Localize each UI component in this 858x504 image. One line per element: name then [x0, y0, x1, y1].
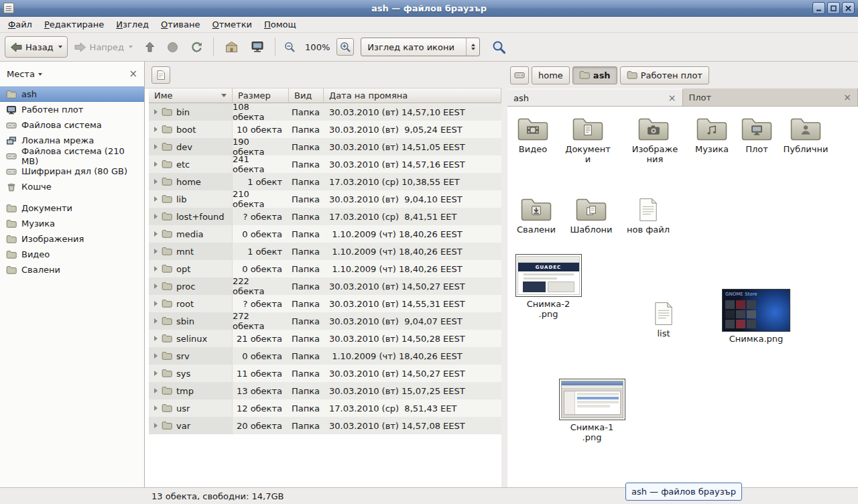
menu-go[interactable]: Отиване	[155, 17, 206, 32]
search-button[interactable]	[487, 36, 511, 58]
sidebar-item-encrypted-partition[interactable]: Шифриран дял (80 GB)	[0, 164, 144, 179]
sidebar-selector-arrow-icon[interactable]	[38, 73, 42, 76]
forward-button[interactable]: Напред	[69, 36, 138, 58]
menu-view[interactable]: Изглед	[110, 17, 155, 32]
expander-icon[interactable]	[154, 196, 158, 202]
file-row[interactable]: bin 108 обекта Папка 30.03.2010 (вт) 14,…	[149, 103, 501, 121]
taskbar-window-button[interactable]: ash — файлов браузър	[625, 483, 742, 501]
file-row[interactable]: media 0 обекта Папка 1.10.2009 (чт) 18,4…	[149, 225, 501, 243]
sidebar-item-documents[interactable]: Документи	[0, 200, 144, 216]
home-button[interactable]	[219, 36, 244, 58]
expander-icon[interactable]	[154, 371, 158, 376]
sidebar-item-pictures[interactable]: Изображения	[0, 231, 144, 247]
menu-file[interactable]: Файл	[2, 17, 38, 32]
file-row[interactable]: sys 11 обекта Папка 30.03.2010 (вт) 14,5…	[149, 365, 501, 382]
pathbar-desktop-button[interactable]: Работен плот	[620, 66, 709, 84]
sidebar-item-music[interactable]: Музика	[0, 216, 144, 231]
expander-icon[interactable]	[154, 318, 158, 324]
pathbar-home-button[interactable]: home	[532, 66, 570, 84]
menu-help[interactable]: Помощ	[258, 17, 302, 32]
expander-icon[interactable]	[154, 127, 158, 132]
expander-icon[interactable]	[154, 301, 158, 306]
sidebar-item-ash[interactable]: ash	[0, 86, 144, 102]
grid-item-downloads[interactable]: Свалени	[512, 194, 560, 235]
grid-item-snimka1[interactable]: Снимка-1.png	[557, 379, 627, 443]
grid-item-documents[interactable]: Документи	[564, 114, 612, 165]
file-row[interactable]: lost+found ? обекта Папка 17.03.2010 (ср…	[149, 208, 501, 225]
back-button[interactable]: Назад	[5, 36, 68, 58]
expander-icon[interactable]	[154, 214, 158, 219]
grid-item-snimka2[interactable]: GUADEC Снимка-2.png	[513, 254, 583, 320]
tab-ash[interactable]: ash ×	[507, 88, 683, 106]
expander-icon[interactable]	[154, 162, 158, 167]
stop-button[interactable]	[162, 36, 184, 58]
back-history-arrow-icon[interactable]	[58, 46, 62, 48]
sidebar-item-trash[interactable]: Кошче	[0, 179, 144, 194]
computer-button[interactable]	[245, 36, 269, 58]
file-row[interactable]: boot 10 обекта Папка 30.03.2010 (вт) 9,0…	[149, 121, 501, 138]
sidebar-item-filesystem[interactable]: Файлова система	[0, 117, 144, 133]
close-button[interactable]	[842, 2, 855, 14]
expander-icon[interactable]	[154, 231, 158, 237]
sidebar-close-icon[interactable]: ×	[129, 69, 137, 79]
reload-button[interactable]	[185, 36, 208, 58]
grid-item-pictures[interactable]: Изображения	[629, 114, 678, 165]
pane-divider[interactable]	[501, 62, 507, 487]
zoom-in-button[interactable]	[336, 38, 354, 56]
file-row[interactable]: tmp 13 обекта Папка 30.03.2010 (вт) 15,0…	[149, 382, 501, 399]
file-row[interactable]: opt 0 обекта Папка 1.10.2009 (чт) 18,40,…	[149, 260, 501, 277]
file-row[interactable]: root ? обекта Папка 30.03.2010 (вт) 14,5…	[149, 295, 501, 312]
grid-item-snimka[interactable]: GNOME Store Снимка.png	[719, 289, 793, 344]
expander-icon[interactable]	[154, 423, 158, 428]
expander-icon[interactable]	[154, 266, 158, 271]
view-mode-select[interactable]: Изглед като икони	[361, 38, 480, 56]
column-header-size[interactable]: Размер	[233, 88, 289, 103]
file-row[interactable]: proc 222 обекта Папка 30.03.2010 (вт) 14…	[149, 277, 501, 295]
file-row[interactable]: srv 0 обекта Папка 1.10.2009 (чт) 18,40,…	[149, 347, 501, 365]
titlebar[interactable]: ash — файлов браузър	[0, 0, 858, 17]
expander-icon[interactable]	[154, 353, 158, 359]
pathbar-ash-button[interactable]: ash	[572, 66, 617, 84]
file-row[interactable]: home 1 обект Папка 17.03.2010 (ср) 10,38…	[149, 173, 501, 190]
sidebar-item-filesystem-210mb[interactable]: Файлова система (210 MB)	[0, 148, 144, 164]
up-button[interactable]	[139, 36, 160, 58]
expander-icon[interactable]	[154, 144, 158, 149]
file-row[interactable]: sbin 272 обекта Папка 30.03.2010 (вт) 9,…	[149, 312, 501, 330]
sidebar-item-video[interactable]: Видео	[0, 247, 144, 262]
sidebar-item-desktop[interactable]: Работен плот	[0, 102, 144, 117]
column-header-date[interactable]: Дата на промяна	[324, 88, 501, 103]
file-row[interactable]: mnt 1 обект Папка 1.10.2009 (чт) 18,40,2…	[149, 243, 501, 260]
tab-close-icon[interactable]: ×	[668, 93, 676, 103]
expander-icon[interactable]	[154, 249, 158, 254]
expander-icon[interactable]	[154, 109, 158, 115]
zoom-out-button[interactable]	[281, 38, 298, 56]
grid-item-video[interactable]: Видео	[509, 114, 557, 155]
expander-icon[interactable]	[154, 336, 158, 341]
column-header-type[interactable]: Вид	[289, 88, 324, 103]
file-row[interactable]: usr 12 обекта Папка 17.03.2010 (ср) 8,51…	[149, 399, 501, 417]
expander-icon[interactable]	[154, 388, 158, 393]
expander-icon[interactable]	[154, 284, 158, 289]
file-row[interactable]: dev 190 обекта Папка 30.03.2010 (вт) 14,…	[149, 138, 501, 155]
file-row[interactable]: selinux 21 обекта Папка 30.03.2010 (вт) …	[149, 330, 501, 347]
grid-item-new-file[interactable]: нов файл	[624, 194, 672, 235]
menu-bookmarks[interactable]: Отметки	[206, 17, 259, 32]
grid-item-music[interactable]: Музика	[688, 114, 736, 155]
minimize-button[interactable]	[812, 2, 825, 14]
grid-item-templates[interactable]: Шаблони	[567, 194, 615, 235]
tab-plot[interactable]: Плот ×	[683, 88, 858, 106]
expander-icon[interactable]	[154, 179, 158, 184]
file-row[interactable]: var 20 обекта Папка 30.03.2010 (вт) 14,5…	[149, 417, 501, 434]
sidebar-item-downloads[interactable]: Свалени	[0, 262, 144, 277]
column-header-name[interactable]: Име	[149, 88, 233, 103]
pathbar-root-button[interactable]	[510, 66, 529, 84]
grid-item-list-file[interactable]: list	[642, 298, 685, 339]
menu-edit[interactable]: Редактиране	[38, 17, 110, 32]
file-row[interactable]: etc 241 обекта Папка 30.03.2010 (вт) 14,…	[149, 155, 501, 173]
icon-view[interactable]: Видео Документи Изображения	[507, 107, 858, 487]
location-button[interactable]	[151, 66, 170, 84]
sidebar-title[interactable]: Места	[7, 69, 35, 79]
grid-item-desktop-folder[interactable]: Плот	[733, 114, 781, 155]
maximize-button[interactable]	[827, 2, 840, 14]
grid-item-public[interactable]: Публични	[782, 114, 830, 155]
